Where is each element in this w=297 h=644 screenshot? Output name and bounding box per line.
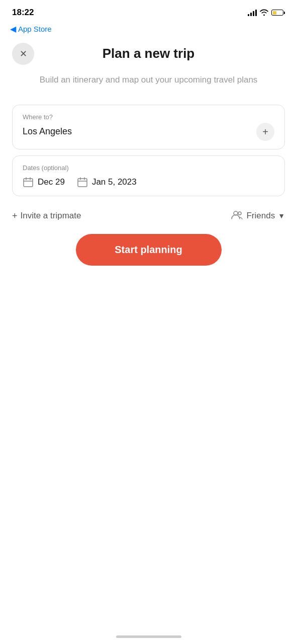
destination-row: Los Angeles + xyxy=(23,123,274,141)
page-subtitle: Build an itinerary and map out your upco… xyxy=(0,67,297,105)
signal-icon xyxy=(248,9,257,16)
friends-icon xyxy=(231,210,243,222)
trip-form: Where to? Los Angeles + Dates (optional)… xyxy=(0,105,297,196)
chevron-down-icon: ▼ xyxy=(278,212,285,220)
back-arrow-icon: ◀ xyxy=(10,24,16,34)
dates-label: Dates (optional) xyxy=(23,164,274,172)
destination-label: Where to? xyxy=(23,113,274,121)
home-indicator xyxy=(116,635,181,638)
page-header: ✕ Plan a new trip xyxy=(0,38,297,67)
friends-label: Friends xyxy=(246,211,275,221)
battery-icon xyxy=(271,10,285,16)
close-icon: ✕ xyxy=(20,49,27,58)
invite-tripmate-button[interactable]: + Invite a tripmate xyxy=(12,211,81,221)
wifi-icon xyxy=(260,9,268,17)
svg-point-9 xyxy=(238,212,241,215)
destination-card[interactable]: Where to? Los Angeles + xyxy=(12,105,285,149)
end-date-value: Jan 5, 2023 xyxy=(92,177,137,187)
back-label: App Store xyxy=(18,25,52,33)
start-date-item: Dec 29 xyxy=(23,177,65,188)
end-date-item: Jan 5, 2023 xyxy=(77,177,137,188)
status-bar: 18:22 xyxy=(0,0,297,22)
start-date-value: Dec 29 xyxy=(38,177,65,187)
status-icons xyxy=(248,9,285,17)
plus-circle-icon: + xyxy=(262,127,268,137)
invite-label: Invite a tripmate xyxy=(21,211,81,221)
destination-value: Los Angeles xyxy=(23,126,72,137)
close-button[interactable]: ✕ xyxy=(12,43,34,65)
svg-rect-0 xyxy=(24,179,33,187)
friends-dropdown-button[interactable]: Friends ▼ xyxy=(231,210,285,222)
calendar-end-icon xyxy=(77,177,88,188)
page-title: Plan a new trip xyxy=(103,46,195,61)
start-planning-button[interactable]: Start planning xyxy=(76,234,222,266)
app-store-back[interactable]: ◀ App Store xyxy=(0,22,297,38)
add-destination-button[interactable]: + xyxy=(256,123,274,141)
svg-rect-4 xyxy=(78,179,87,187)
status-time: 18:22 xyxy=(12,8,34,18)
start-button-container: Start planning xyxy=(0,234,297,266)
plus-icon: + xyxy=(12,211,18,221)
dates-row: Dec 29 Jan 5, 2023 xyxy=(23,177,274,188)
dates-card[interactable]: Dates (optional) Dec 29 Jan 5, 202 xyxy=(12,155,285,196)
calendar-start-icon xyxy=(23,177,34,188)
bottom-actions: + Invite a tripmate Friends ▼ xyxy=(0,210,297,222)
